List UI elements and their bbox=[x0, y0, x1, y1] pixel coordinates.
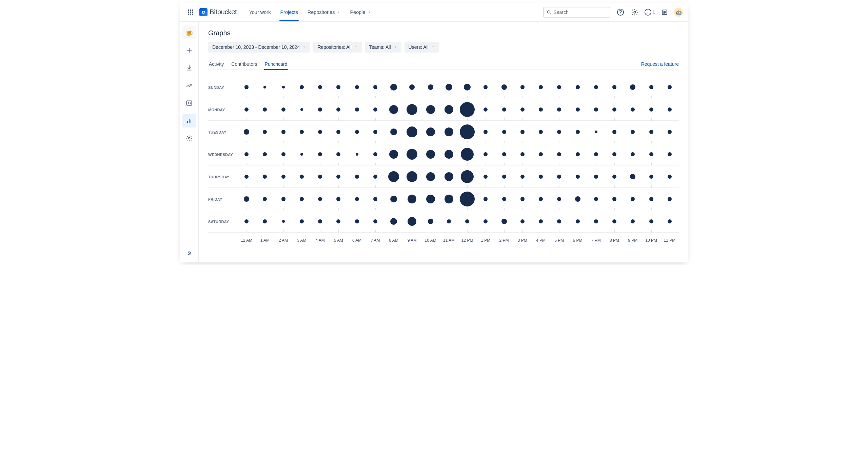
punchcard-cell[interactable] bbox=[495, 76, 513, 98]
punchcard-cell[interactable] bbox=[624, 165, 642, 188]
brand-logo[interactable]: Bitbucket bbox=[199, 8, 237, 16]
punchcard-cell[interactable] bbox=[532, 165, 550, 188]
punchcard-cell[interactable] bbox=[642, 188, 660, 210]
punchcard-cell[interactable] bbox=[366, 98, 384, 121]
punchcard-cell[interactable] bbox=[256, 98, 274, 121]
rail-snippets[interactable] bbox=[182, 96, 196, 110]
punchcard-cell[interactable] bbox=[329, 165, 348, 188]
punchcard-cell[interactable] bbox=[569, 188, 587, 210]
punchcard-cell[interactable] bbox=[237, 210, 256, 233]
punchcard-cell[interactable] bbox=[513, 188, 532, 210]
punchcard-cell[interactable] bbox=[605, 143, 624, 165]
punchcard-cell[interactable] bbox=[274, 165, 293, 188]
punchcard-cell[interactable] bbox=[237, 143, 256, 165]
punchcard-cell[interactable] bbox=[587, 121, 605, 143]
punchcard-cell[interactable] bbox=[366, 121, 384, 143]
punchcard-cell[interactable] bbox=[403, 76, 421, 98]
punchcard-cell[interactable] bbox=[366, 76, 384, 98]
tab-punchcard[interactable]: Punchcard bbox=[264, 59, 288, 70]
punchcard-cell[interactable] bbox=[366, 188, 384, 210]
punchcard-cell[interactable] bbox=[458, 76, 476, 98]
punchcard-cell[interactable] bbox=[513, 165, 532, 188]
punchcard-cell[interactable] bbox=[440, 143, 458, 165]
punchcard-cell[interactable] bbox=[311, 143, 329, 165]
punchcard-cell[interactable] bbox=[458, 188, 476, 210]
punchcard-cell[interactable] bbox=[237, 121, 256, 143]
punchcard-cell[interactable] bbox=[311, 210, 329, 233]
punchcard-cell[interactable] bbox=[476, 188, 495, 210]
whats-new-icon[interactable] bbox=[660, 7, 669, 17]
punchcard-cell[interactable] bbox=[550, 210, 568, 233]
punchcard-cell[interactable] bbox=[384, 76, 403, 98]
punchcard-cell[interactable] bbox=[348, 210, 366, 233]
punchcard-cell[interactable] bbox=[311, 121, 329, 143]
punchcard-cell[interactable] bbox=[403, 121, 421, 143]
punchcard-cell[interactable] bbox=[660, 121, 679, 143]
punchcard-cell[interactable] bbox=[624, 121, 642, 143]
punchcard-cell[interactable] bbox=[605, 188, 624, 210]
punchcard-cell[interactable] bbox=[587, 165, 605, 188]
punchcard-cell[interactable] bbox=[293, 143, 311, 165]
punchcard-cell[interactable] bbox=[421, 143, 440, 165]
punchcard-cell[interactable] bbox=[237, 76, 256, 98]
punchcard-cell[interactable] bbox=[587, 76, 605, 98]
punchcard-cell[interactable] bbox=[403, 98, 421, 121]
punchcard-cell[interactable] bbox=[256, 143, 274, 165]
filter-users[interactable]: Users: All bbox=[405, 42, 439, 53]
punchcard-cell[interactable] bbox=[440, 98, 458, 121]
punchcard-cell[interactable] bbox=[642, 76, 660, 98]
punchcard-cell[interactable] bbox=[421, 210, 440, 233]
punchcard-cell[interactable] bbox=[403, 210, 421, 233]
punchcard-cell[interactable] bbox=[642, 143, 660, 165]
help-icon[interactable] bbox=[616, 7, 625, 17]
rail-expand[interactable] bbox=[182, 249, 196, 262]
punchcard-cell[interactable] bbox=[384, 98, 403, 121]
punchcard-cell[interactable] bbox=[550, 188, 568, 210]
punchcard-cell[interactable] bbox=[550, 76, 568, 98]
punchcard-cell[interactable] bbox=[476, 76, 495, 98]
punchcard-cell[interactable] bbox=[348, 165, 366, 188]
punchcard-cell[interactable] bbox=[495, 98, 513, 121]
punchcard-cell[interactable] bbox=[440, 76, 458, 98]
punchcard-cell[interactable] bbox=[403, 188, 421, 210]
rail-create[interactable] bbox=[182, 43, 196, 57]
punchcard-cell[interactable] bbox=[532, 143, 550, 165]
punchcard-cell[interactable] bbox=[624, 143, 642, 165]
punchcard-cell[interactable] bbox=[605, 121, 624, 143]
punchcard-cell[interactable] bbox=[476, 165, 495, 188]
punchcard-cell[interactable] bbox=[403, 143, 421, 165]
filter-date-range[interactable]: December 10, 2023 - December 10, 2024 bbox=[208, 42, 310, 53]
punchcard-cell[interactable] bbox=[587, 210, 605, 233]
punchcard-cell[interactable] bbox=[348, 121, 366, 143]
punchcard-cell[interactable] bbox=[348, 76, 366, 98]
punchcard-cell[interactable] bbox=[293, 98, 311, 121]
punchcard-cell[interactable] bbox=[569, 165, 587, 188]
punchcard-cell[interactable] bbox=[384, 121, 403, 143]
punchcard-cell[interactable] bbox=[660, 143, 679, 165]
punchcard-cell[interactable] bbox=[532, 76, 550, 98]
punchcard-cell[interactable] bbox=[458, 98, 476, 121]
punchcard-cell[interactable] bbox=[256, 210, 274, 233]
punchcard-cell[interactable] bbox=[642, 210, 660, 233]
search-input[interactable] bbox=[553, 9, 607, 15]
punchcard-cell[interactable] bbox=[495, 121, 513, 143]
punchcard-cell[interactable] bbox=[348, 98, 366, 121]
punchcard-cell[interactable] bbox=[329, 121, 348, 143]
punchcard-cell[interactable] bbox=[256, 165, 274, 188]
punchcard-cell[interactable] bbox=[293, 76, 311, 98]
punchcard-cell[interactable] bbox=[256, 76, 274, 98]
nav-link-people[interactable]: People bbox=[346, 3, 375, 21]
punchcard-cell[interactable] bbox=[587, 188, 605, 210]
punchcard-cell[interactable] bbox=[476, 98, 495, 121]
punchcard-cell[interactable] bbox=[348, 143, 366, 165]
punchcard-cell[interactable] bbox=[421, 165, 440, 188]
punchcard-cell[interactable] bbox=[366, 165, 384, 188]
avatar[interactable]: 🤖 bbox=[674, 8, 683, 17]
punchcard-cell[interactable] bbox=[513, 210, 532, 233]
punchcard-cell[interactable] bbox=[550, 98, 568, 121]
punchcard-cell[interactable] bbox=[660, 210, 679, 233]
punchcard-cell[interactable] bbox=[329, 210, 348, 233]
app-switcher-icon[interactable] bbox=[185, 7, 196, 18]
nav-link-projects[interactable]: Projects bbox=[276, 3, 302, 21]
punchcard-cell[interactable] bbox=[440, 210, 458, 233]
